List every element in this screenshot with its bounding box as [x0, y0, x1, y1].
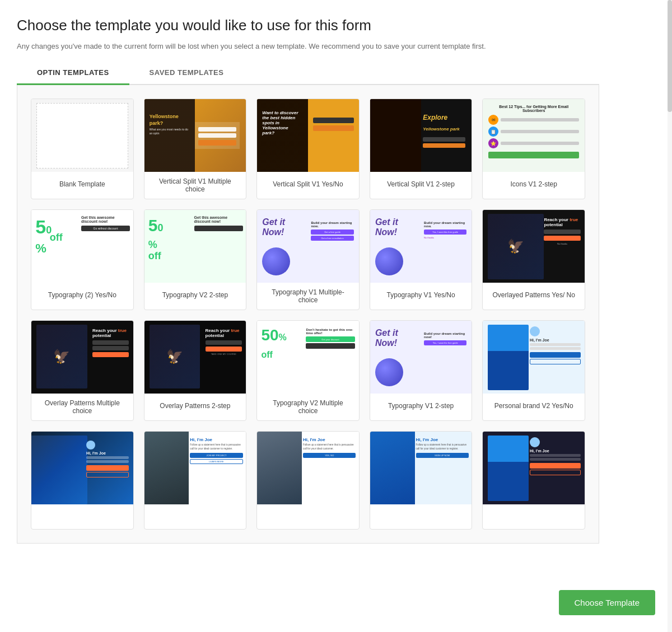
template-preview-typo-v2-mc: 50%off Don't hesitate to get this one-ti… — [257, 321, 359, 394]
template-preview-overlayed: 🦅 Reach your true potential No thanks — [483, 210, 585, 283]
page-title: Choose the template you would like to us… — [17, 17, 599, 34]
template-preview-typo2-yesno: 50% off Get this awesome discount now! G… — [31, 210, 133, 283]
template-label-dark-surfer — [31, 504, 133, 529]
template-label-joe3 — [370, 504, 472, 529]
choose-template-button[interactable]: Choose Template — [559, 590, 655, 615]
template-preview-dark-brand2: Hi, I'm Joe — [483, 432, 585, 504]
template-overlay-mc[interactable]: 🦅 Reach your true potential Overlay Patt… — [31, 320, 134, 421]
template-joe1[interactable]: Hi, I'm Joe Follow up a statement here t… — [144, 431, 247, 530]
template-preview-typo-v1-yesno: Get itNow! Build your dream starting now… — [370, 210, 472, 283]
template-vert-yesno[interactable]: Want to discover the best hidden spots i… — [256, 99, 360, 199]
template-label-joe2 — [257, 504, 359, 529]
yell-v1-preview: Yellowstone park? What are you most need… — [144, 99, 246, 172]
template-preview-icons: Best 12 Tips... for Getting More Email S… — [483, 99, 585, 172]
template-label-overlay-2step: Overlay Patterns 2-step — [144, 394, 246, 418]
page-container: Choose the template you would like to us… — [0, 0, 616, 588]
template-label-typo-v1-2step: Typography V1 2-step — [370, 394, 472, 418]
blank-preview — [36, 103, 128, 168]
template-preview-overlay-mc: 🦅 Reach your true potential — [31, 321, 133, 394]
template-label-vert-mc: Vertical Split V1 Multiple choice — [144, 172, 246, 199]
template-preview-overlay-2step: 🦅 Reach your true potential TAKE ONE MY … — [144, 321, 246, 394]
template-label-typo-v1-yesno: Typography V1 Yes/No — [370, 283, 472, 307]
tab-saved[interactable]: SAVED TEMPLATES — [129, 62, 244, 85]
template-label-personal-brand: Personal brand V2 Yes/No — [483, 394, 585, 418]
template-label-vert-2step: Vertical Split V1 2-step — [370, 172, 472, 196]
template-preview-dark-surfer: Hi, I'm Joe — [31, 432, 133, 504]
tab-optin[interactable]: OPTIN TEMPLATES — [17, 62, 129, 85]
template-icons-2step[interactable]: Best 12 Tips... for Getting More Email S… — [482, 99, 585, 199]
template-typo2-yesno[interactable]: 50% off Get this awesome discount now! G… — [31, 209, 134, 310]
template-label-typo-v2-2step: Typography V2 2-step — [144, 283, 246, 307]
template-preview-vert-mc: Yellowstone park? What are you most need… — [144, 99, 246, 172]
template-joe2[interactable]: Hi, I'm Joe Follow up a statement here t… — [256, 431, 360, 530]
template-label-blank: Blank Template — [31, 172, 133, 196]
yell-text: Yellowstone park? What are you most need… — [150, 114, 190, 135]
template-label-icons: Icons V1 2-step — [483, 172, 585, 196]
template-label-overlayed: Overlayed Patterns Yes/ No — [483, 283, 585, 307]
template-preview-joe2: Hi, I'm Joe Follow up a statement here t… — [257, 432, 359, 504]
template-typo-v1-2step[interactable]: Get itNow! Build your dream starting now… — [370, 320, 473, 421]
template-label-dark-brand2 — [483, 504, 585, 529]
scrollbar-thumb[interactable] — [668, 0, 672, 112]
template-label-vert-yesno: Vertical Split V1 Yes/No — [257, 172, 359, 196]
template-dark-surfer[interactable]: Hi, I'm Joe — [31, 431, 134, 530]
template-blank[interactable]: Blank Template — [31, 99, 134, 199]
templates-grid: Blank Template Yellowstone park? What ar… — [31, 99, 585, 530]
form-block — [195, 122, 240, 149]
template-preview-joe1: Hi, I'm Joe Follow up a statement here t… — [144, 432, 246, 504]
tabs-bar: OPTIN TEMPLATES SAVED TEMPLATES — [17, 62, 599, 85]
template-dark-brand2[interactable]: Hi, I'm Joe — [482, 431, 585, 530]
template-typo-v2-mc[interactable]: 50%off Don't hesitate to get this one-ti… — [256, 320, 360, 421]
template-label-typo-v2-mc: Typography V2 Multiple choice — [257, 394, 359, 420]
template-preview-joe3: Hi, I'm Joe Follow up a statement here t… — [370, 432, 472, 504]
templates-container: Blank Template Yellowstone park? What ar… — [17, 85, 599, 544]
template-preview-personal-brand: Hi, I'm Joe — [483, 321, 585, 394]
page-subtitle: Any changes you've made to the current f… — [17, 42, 599, 50]
template-preview-vert-yesno: Want to discover the best hidden spots i… — [257, 99, 359, 172]
template-typo-v2-2step[interactable]: 50% off Get this awesome discount now! T… — [144, 209, 247, 310]
template-preview-typo-v1-mc: Get itNow! Build your dream starting now… — [257, 210, 359, 283]
template-vert-2step[interactable]: Explore Yellowstone park Vertical Split … — [370, 99, 473, 199]
template-typo-v1-yesno[interactable]: Get itNow! Build your dream starting now… — [370, 209, 473, 310]
template-preview-blank — [31, 99, 133, 172]
template-overlayed-yesno[interactable]: 🦅 Reach your true potential No thanks Ov… — [482, 209, 585, 310]
template-typo-v1-mc[interactable]: Get itNow! Build your dream starting now… — [256, 209, 360, 310]
template-label-typo2-yesno: Typography (2) Yes/No — [31, 283, 133, 307]
template-preview-typo-v2-2step: 50% off Get this awesome discount now! — [144, 210, 246, 283]
scrollbar[interactable] — [668, 0, 672, 632]
template-vert-split-mc[interactable]: Yellowstone park? What are you most need… — [144, 99, 247, 199]
template-label-typo-v1-mc: Typography V1 Multiple-choice — [257, 283, 359, 310]
template-label-joe1 — [144, 504, 246, 529]
template-preview-vert-2step: Explore Yellowstone park — [370, 99, 472, 172]
template-preview-typo-v1-2step: Get itNow! Build your dream starting now… — [370, 321, 472, 394]
template-overlay-2step[interactable]: 🦅 Reach your true potential TAKE ONE MY … — [144, 320, 247, 421]
template-joe3[interactable]: Hi, I'm Joe Follow up a statement here t… — [370, 431, 473, 530]
template-personal-brand-v2-yesno[interactable]: Hi, I'm Joe Personal brand V2 Yes/No — [482, 320, 585, 421]
template-label-overlay-mc: Overlay Patterns Multiple choice — [31, 394, 133, 420]
